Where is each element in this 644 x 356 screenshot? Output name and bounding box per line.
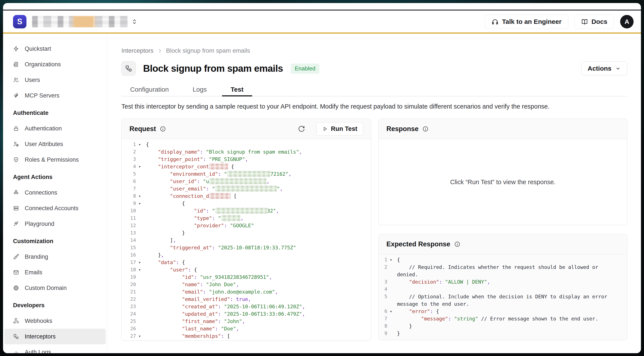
tab-test[interactable]: Test <box>222 83 252 96</box>
fold-arrow-icon[interactable]: ▾ <box>136 141 146 148</box>
code-line[interactable]: 10 "id": "32", <box>122 207 371 215</box>
docs-button[interactable]: Docs <box>574 14 614 29</box>
code-line[interactable]: 22 "email_verified": true, <box>122 296 371 303</box>
code-line[interactable]: 16 }, <box>122 251 371 259</box>
sidebar-item-playground[interactable]: Playground <box>4 216 106 232</box>
line-number: 16 <box>122 251 136 259</box>
code-line[interactable]: 26 "last_name": "Doe", <box>122 325 371 332</box>
code-line[interactable]: 15 "triggered_at": "2025-10-08T18:19:33.… <box>122 244 371 251</box>
info-icon[interactable] <box>160 126 166 132</box>
tab-logs[interactable]: Logs <box>184 83 215 96</box>
fold-arrow-icon[interactable]: ▾ <box>387 256 397 264</box>
fold-arrow-icon[interactable]: ▾ <box>136 266 146 274</box>
code-line[interactable]: 6 "user_id": "u, <box>122 178 371 185</box>
code-line[interactable]: 3 "trigger_point": "PRE_SIGNUP", <box>122 156 371 163</box>
sidebar-item-mcp-servers[interactable]: MCP Servers <box>4 88 106 103</box>
sidebar-item-label: Roles & Permissions <box>25 156 79 163</box>
code-line-content: "display_name": "Block signup from spam … <box>146 148 371 156</box>
sidebar-item-branding[interactable]: Branding <box>4 249 106 265</box>
code-line-content: "last_name": "Doe", <box>146 325 371 332</box>
fold-arrow-icon[interactable]: ▾ <box>136 259 146 266</box>
code-line[interactable]: 4▾ "interceptor_cont { <box>122 163 371 170</box>
chevrons-up-down-icon[interactable] <box>131 18 138 25</box>
sidebar-item-emails[interactable]: Emails <box>4 265 106 280</box>
request-panel: Request Run Test 1▾{2 "display_name": "B… <box>122 118 371 341</box>
app-window: S Talk to an Engineer Docs A QuickstartO… <box>3 3 641 353</box>
code-line-content: ], <box>146 237 371 244</box>
fold-arrow-icon[interactable]: ▾ <box>136 332 146 340</box>
line-number: 24 <box>122 310 136 318</box>
code-line[interactable]: 1▾{ <box>122 141 371 148</box>
code-line-content: } <box>397 330 610 337</box>
fold-arrow-icon[interactable]: ▾ <box>387 308 397 315</box>
run-test-button[interactable]: Run Test <box>316 122 363 136</box>
info-icon[interactable] <box>422 126 428 132</box>
code-line-content: { <box>146 141 371 148</box>
info-icon[interactable] <box>454 241 460 247</box>
sidebar-item-organizations[interactable]: Organizations <box>4 56 106 72</box>
sidebar-item-custom-domain[interactable]: Custom Domain <box>4 280 106 296</box>
line-number: 12 <box>122 222 136 229</box>
sidebar-item-users[interactable]: Users <box>4 72 106 88</box>
code-line[interactable]: 8▾ "connection_d [ <box>122 192 371 200</box>
breadcrumb-interceptors-link[interactable]: Interceptors <box>122 47 154 54</box>
code-line[interactable]: 5 "environment_id": "72162", <box>122 170 371 178</box>
sidebar-item-interceptors[interactable]: Interceptors <box>4 329 106 344</box>
code-line-content: } <box>146 229 371 237</box>
request-panel-header: Request Run Test <box>122 119 371 139</box>
sidebar-item-authentication[interactable]: Authentication <box>4 121 106 136</box>
sidebar-item-quickstart[interactable]: Quickstart <box>4 41 106 56</box>
code-line[interactable]: 9▾ { <box>122 200 371 207</box>
top-bar: S Talk to an Engineer Docs A <box>3 10 641 32</box>
sidebar-item-connected-accounts[interactable]: Connected Accounts <box>4 200 106 216</box>
mail-icon <box>13 269 19 275</box>
fold-arrow-icon[interactable]: ▾ <box>136 163 146 170</box>
copy-icon[interactable] <box>614 258 623 267</box>
test-description: Test this interceptor by sending a sampl… <box>122 103 641 111</box>
code-line[interactable]: 2 "display_name": "Block signup from spa… <box>122 148 371 156</box>
interceptor-icon <box>125 65 132 72</box>
code-line: 4 <box>378 286 627 293</box>
code-line[interactable]: 13 } <box>122 229 371 237</box>
code-line[interactable]: 24 "updated_at": "2025-10-06T13:33:06.47… <box>122 310 371 318</box>
actions-button[interactable]: Actions <box>581 61 627 75</box>
code-line[interactable]: 17▾ "data": { <box>122 259 371 266</box>
sidebar-item-webhooks[interactable]: Webhooks <box>4 313 106 329</box>
copy-icon[interactable] <box>358 143 367 151</box>
code-line[interactable]: 19 "id": "usr_93418238346728951", <box>122 274 371 281</box>
code-line[interactable]: 11 "type": ", <box>122 215 371 222</box>
talk-to-engineer-button[interactable]: Talk to an Engineer <box>485 14 568 29</box>
code-line-content: "memberships": [ <box>146 332 371 340</box>
code-line-content: "data": { <box>146 259 371 266</box>
avatar[interactable]: A <box>620 15 634 28</box>
redacted-value <box>227 171 270 177</box>
fold-arrow-icon[interactable]: ▾ <box>136 200 146 207</box>
fold-arrow-icon[interactable]: ▾ <box>136 192 146 200</box>
sidebar-item-auth-logs[interactable]: Auth Logs <box>4 344 106 353</box>
sidebar-item-label: Auth Logs <box>25 349 51 354</box>
code-line[interactable]: 20 "name": "John Doe", <box>122 281 371 288</box>
line-number: 1 <box>378 256 387 264</box>
sidebar-item-user-attributes[interactable]: User Attributes <box>4 136 106 152</box>
redacted-value <box>221 215 240 221</box>
tab-configuration[interactable]: Configuration <box>122 83 177 96</box>
code-line-content: } <box>397 323 610 330</box>
code-line[interactable]: 12 "provider": "GOOGLE" <box>122 222 371 229</box>
sidebar-item-label: Connected Accounts <box>25 205 78 212</box>
code-line: 7 "message": "string" // Error message s… <box>378 315 627 323</box>
refresh-icon[interactable] <box>298 125 305 133</box>
interceptor-title-icon-box <box>122 61 136 76</box>
line-number: 20 <box>122 281 136 288</box>
code-line[interactable]: 14 ], <box>122 237 371 244</box>
request-code-editor[interactable]: 1▾{2 "display_name": "Block signup from … <box>122 139 371 341</box>
avatar-letter: A <box>624 18 629 25</box>
sidebar-item-roles-permissions[interactable]: Roles & Permissions <box>4 152 106 167</box>
code-line[interactable]: 25 "first_name": "John", <box>122 318 371 325</box>
sidebar-item-connections[interactable]: Connections <box>4 185 106 200</box>
code-line[interactable]: 18▾ "user": { <box>122 266 371 274</box>
code-line[interactable]: 21 "email": "john.doe@example.com", <box>122 288 371 296</box>
code-line[interactable]: 23 "created_at": "2025-10-06T11:06:49.12… <box>122 303 371 310</box>
code-line[interactable]: 27▾ "memberships": [ <box>122 332 371 340</box>
logo-letter: S <box>17 17 22 26</box>
code-line[interactable]: 7 "user_email": "", <box>122 185 371 192</box>
